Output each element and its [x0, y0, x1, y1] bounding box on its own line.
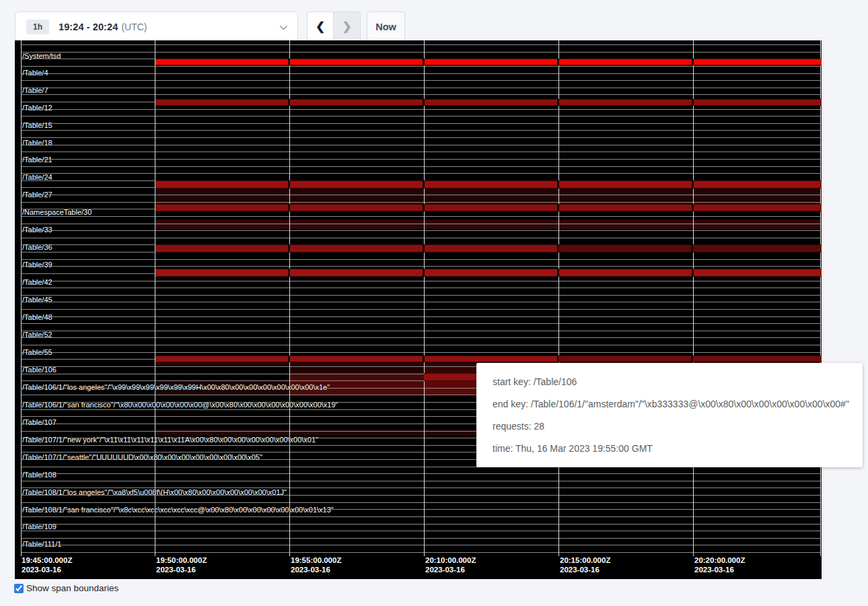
key-visualizer-page: 1h 19:24 - 20:24 (UTC) ❮ ❯ Now /System/t…: [0, 0, 868, 606]
row-label: /Table/107/1/"new york"/"\x11\x11\x11\x1…: [22, 436, 318, 444]
time-gridline: [424, 40, 425, 556]
span-boundary-line: [21, 80, 820, 81]
span-boundary-line: [21, 73, 820, 74]
row-label: /Table/12: [22, 104, 52, 112]
span-boundary-line: [21, 295, 820, 296]
row-label: /Table/48: [22, 313, 52, 321]
span-boundary-line: [21, 337, 820, 338]
span-boundary-line: [21, 516, 820, 517]
row-label: /Table/111/1: [22, 540, 61, 548]
span-boundary-line: [21, 552, 820, 553]
row-label: /Table/108: [22, 471, 57, 479]
span-boundary-line: [21, 195, 820, 195]
span-boundary-line: [21, 216, 820, 217]
span-boundary-line: [21, 309, 820, 310]
span-boundary-line: [21, 281, 820, 281]
chevron-left-icon: ❮: [316, 20, 325, 34]
span-boundary-line: [21, 531, 820, 531]
next-range-button[interactable]: ❯: [334, 11, 361, 42]
span-boundary-line: [21, 481, 820, 481]
row-label: /Table/106/1/"san francisco"/"\x80\x00\x…: [22, 401, 338, 409]
row-label: /Table/4: [22, 69, 48, 77]
time-gridline: [693, 40, 694, 556]
chevron-down-icon: [280, 22, 287, 29]
axis-time: 20:20:00.000Z: [694, 556, 745, 565]
span-boundary-line: [21, 538, 820, 539]
axis-date: 2023-03-16: [22, 565, 72, 574]
row-label: /NamespaceTable/30: [22, 208, 92, 216]
row-label: /System/tsd: [22, 52, 61, 60]
previous-range-button[interactable]: ❮: [307, 11, 334, 42]
time-range-label: 19:24 - 20:24: [59, 22, 118, 32]
row-label: /Table/108/1/"san francisco"/"\x8c\xcc\x…: [22, 506, 334, 514]
heatmap-band: [155, 59, 822, 65]
row-label: /Table/106/1/"los angeles"/"\x99\x99\x99…: [22, 383, 330, 391]
span-boundary-line: [21, 109, 820, 110]
time-gridline: [21, 40, 22, 556]
span-boundary-line: [21, 302, 820, 302]
span-boundary-line: [21, 224, 820, 224]
span-boundary-line: [21, 288, 820, 288]
time-axis-label: 19:50:00.000Z2023-03-16: [156, 556, 207, 574]
axis-date: 2023-03-16: [425, 565, 476, 574]
span-boundary-line: [21, 159, 820, 160]
span-boundary-line: [21, 473, 820, 474]
span-boundary-line: [21, 88, 820, 88]
span-boundary-line: [21, 130, 820, 131]
span-boundary-line: [21, 352, 820, 353]
tooltip-requests: requests: 28: [493, 421, 846, 432]
span-boundary-line: [21, 230, 820, 231]
span-boundary-line: [21, 316, 820, 317]
show-span-boundaries-checkbox[interactable]: [14, 584, 24, 593]
axis-date: 2023-03-16: [560, 565, 610, 574]
row-label: /Table/107: [22, 418, 57, 426]
axis-date: 2023-03-16: [291, 565, 341, 574]
span-boundary-line: [21, 166, 820, 167]
axis-date: 2023-03-16: [156, 565, 207, 574]
heatmap-band: [424, 373, 478, 381]
row-label: /Table/7: [22, 86, 48, 94]
span-boundary-line: [21, 331, 820, 331]
span-boundary-line: [21, 123, 820, 124]
key-visualizer-canvas[interactable]: /System/tsd/Table/4/Table/7/Table/12/Tab…: [15, 40, 822, 579]
row-label: /Table/108/1/"los angeles"/"\xa8\xf5\u00…: [22, 488, 287, 496]
time-gridline: [155, 40, 155, 556]
span-boundary-line: [21, 152, 820, 152]
tooltip-time: time: Thu, 16 Mar 2023 19:55:00 GMT: [493, 443, 846, 454]
row-label: /Table/55: [22, 348, 52, 356]
heatmap-band: [155, 356, 558, 362]
span-boundary-line: [21, 116, 820, 116]
time-axis-label: 20:10:00.000Z2023-03-16: [425, 556, 476, 574]
now-button[interactable]: Now: [367, 11, 405, 42]
time-range-timezone: (UTC): [121, 22, 147, 32]
span-boundary-line: [21, 94, 820, 95]
span-boundary-line: [21, 238, 820, 238]
tooltip-start-key: start key: /Table/106: [493, 376, 846, 387]
row-label: /Table/107/1/"seattle"/"UUUUUUD\x00\x80\…: [22, 453, 262, 461]
heatmap-band: [155, 180, 822, 189]
span-boundary-line: [21, 524, 820, 525]
row-label: /Table/45: [22, 296, 52, 304]
row-label: /Table/18: [22, 139, 52, 147]
time-axis-label: 20:15:00.000Z2023-03-16: [560, 556, 610, 574]
axis-time: 20:10:00.000Z: [425, 556, 476, 565]
span-boundary-line: [21, 173, 820, 174]
span-boundary-line: [21, 44, 820, 45]
show-span-boundaries-control: Show span boundaries: [14, 583, 118, 593]
time-axis-label: 19:55:00.000Z2023-03-16: [291, 556, 341, 574]
span-boundary-line: [21, 323, 820, 324]
heatmap-band: [558, 244, 822, 252]
row-label: /Table/27: [22, 191, 52, 199]
span-boundary-line: [21, 345, 820, 345]
span-boundary-line: [21, 137, 820, 138]
span-boundary-line: [21, 66, 820, 67]
row-label: /Table/109: [22, 523, 57, 531]
span-boundary-line: [21, 545, 820, 545]
heatmap-band: [155, 244, 558, 252]
time-gridline: [289, 40, 290, 556]
heatmap-band: [558, 356, 822, 362]
time-gridline: [820, 40, 821, 556]
show-span-boundaries-label: Show span boundaries: [26, 583, 118, 593]
span-boundary-line: [21, 502, 820, 503]
time-range-selector[interactable]: 1h 19:24 - 20:24 (UTC): [15, 11, 298, 42]
